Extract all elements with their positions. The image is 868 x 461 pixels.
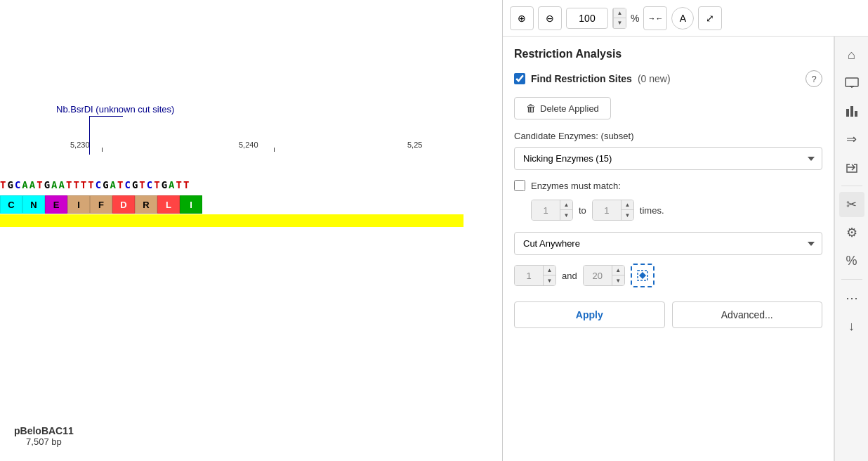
svg-rect-5 (846, 109, 849, 117)
range-from-spinner: ▲ ▼ (543, 266, 555, 285)
action-row: Apply Advanced... (514, 301, 822, 328)
range-to-spinner: ▲ ▼ (612, 266, 624, 285)
percent-icon[interactable]: % (839, 248, 864, 273)
times-row: ▲ ▼ to ▲ ▼ times. (514, 200, 822, 221)
and-label: and (562, 271, 577, 281)
candidate-enzymes-label: Candidate Enzymes: (subset) (514, 131, 822, 141)
zoom-input[interactable] (566, 8, 608, 29)
must-match-checkbox[interactable] (514, 180, 525, 191)
text-button[interactable]: A (671, 7, 694, 30)
svg-rect-2 (846, 78, 858, 86)
times-to-input[interactable] (593, 200, 621, 220)
delete-applied-button[interactable]: 🗑 Delete Applied (514, 97, 611, 119)
plasmid-name: pBeloBAC11 (14, 425, 74, 436)
range-from-input[interactable] (515, 266, 543, 285)
aa-cell: E (45, 195, 67, 214)
fit-button[interactable]: →← (643, 6, 667, 30)
aa-cell: I (180, 195, 202, 214)
right-panel: ⊕ ⊖ ▲ ▼ % →← A ⤢ Restriction Analysis Fi… (503, 0, 868, 461)
panel-title: Restriction Analysis (514, 48, 822, 60)
aa-cell: L (157, 195, 180, 214)
must-match-label: Enzymes must match: (531, 181, 621, 191)
find-sites-row: Find Restriction Sites (0 new) ? (514, 70, 822, 87)
ruler-tick-1 (102, 148, 103, 152)
enzyme-label: Nb.BsrDI (unknown cut sites) (56, 104, 174, 115)
svg-rect-7 (855, 111, 857, 117)
advanced-button[interactable]: Advanced... (672, 301, 823, 328)
range-icon-button[interactable] (631, 264, 655, 287)
ruler-mark-1: 5,230 (70, 141, 90, 149)
times-from-spinner: ▲ ▼ (560, 200, 572, 220)
yellow-bar (0, 214, 463, 227)
aa-cell: I (67, 195, 90, 214)
enzyme-dropdown[interactable]: Nicking Enzymes (15) (514, 147, 822, 170)
range-to-down[interactable]: ▼ (612, 275, 624, 285)
restriction-panel: Restriction Analysis Find Restriction Si… (503, 37, 834, 461)
chart-icon[interactable] (839, 98, 864, 124)
times-suffix: times. (640, 205, 664, 216)
plasmid-info: pBeloBAC11 7,507 bp (14, 425, 74, 447)
times-from-down[interactable]: ▼ (560, 210, 572, 220)
percent-label: % (631, 13, 639, 24)
zoom-out-button[interactable]: ⊖ (538, 6, 562, 30)
help-button[interactable]: ? (805, 70, 822, 87)
aa-cell: R (135, 195, 157, 214)
range-to-group: ▲ ▼ (583, 265, 625, 286)
aa-cell: N (22, 195, 45, 214)
settings-icon[interactable]: ⚙ (839, 220, 864, 245)
must-match-row: Enzymes must match: (514, 180, 822, 191)
range-from-up[interactable]: ▲ (543, 266, 555, 275)
times-to-down[interactable]: ▼ (621, 210, 633, 220)
enzyme-cut-hline (89, 116, 123, 117)
sidebar-divider (841, 186, 862, 186)
share-icon[interactable] (839, 155, 864, 180)
amino-acid-row: C N E I F D R L I (0, 195, 202, 214)
ruler-tick-2 (274, 148, 275, 152)
svg-marker-1 (639, 272, 646, 279)
times-to-spinner: ▲ ▼ (621, 200, 633, 220)
range-from-group: ▲ ▼ (514, 265, 556, 286)
apply-button[interactable]: Apply (514, 301, 665, 328)
find-sites-count: (0 new) (638, 73, 671, 84)
range-from-down[interactable]: ▼ (543, 275, 555, 285)
top-toolbar: ⊕ ⊖ ▲ ▼ % →← A ⤢ (503, 0, 868, 37)
ruler-mark-3: 5,25 (407, 141, 422, 149)
range-row: ▲ ▼ and ▲ ▼ (514, 264, 822, 287)
dna-sequence: TGCAATGAATTTTCGATCGTCTGATT (0, 179, 190, 190)
times-from-up[interactable]: ▲ (560, 200, 572, 210)
monitor-icon[interactable] (839, 70, 864, 96)
find-sites-label: Find Restriction Sites (531, 73, 632, 84)
zoom-spinner: ▲ ▼ (612, 8, 626, 29)
range-to-up[interactable]: ▲ (612, 266, 624, 275)
aa-cell: D (112, 195, 135, 214)
to-label: to (579, 205, 586, 216)
more-icon[interactable]: ⋯ (839, 285, 864, 311)
home-icon[interactable]: ⌂ (839, 42, 864, 67)
arrow-right-icon[interactable]: ⇒ (839, 126, 864, 152)
delete-label: Delete Applied (540, 103, 599, 114)
aa-cell: F (90, 195, 112, 214)
collapse-icon[interactable]: ↓ (839, 313, 864, 339)
scissors-icon[interactable]: ✂ (839, 192, 864, 217)
times-from-input[interactable] (532, 200, 560, 220)
trash-icon: 🗑 (526, 103, 536, 114)
ruler: 5,230 5,240 5,25 (0, 138, 463, 152)
aa-cell: C (0, 195, 22, 214)
sidebar-divider-2 (841, 279, 862, 280)
find-sites-checkbox[interactable] (514, 73, 525, 84)
svg-rect-6 (850, 106, 853, 117)
times-to-up[interactable]: ▲ (621, 200, 633, 210)
cut-anywhere-dropdown[interactable]: Cut Anywhere (514, 232, 822, 255)
times-to-group: ▲ ▼ (592, 200, 634, 221)
sequence-area: Nb.BsrDI (unknown cut sites) 5,230 5,240… (0, 0, 503, 461)
ruler-mark-2: 5,240 (239, 141, 258, 149)
zoom-up-arrow[interactable]: ▲ (613, 8, 626, 18)
plasmid-bp: 7,507 bp (14, 436, 74, 447)
expand-button[interactable]: ⤢ (698, 6, 722, 30)
panel-content: Restriction Analysis Find Restriction Si… (503, 37, 868, 461)
zoom-down-arrow[interactable]: ▼ (613, 18, 626, 28)
range-to-input[interactable] (584, 266, 612, 285)
zoom-in-button[interactable]: ⊕ (510, 6, 534, 30)
icon-sidebar: ⌂ ⇒ ✂ ⚙ % ⋯ ↓ (834, 37, 868, 461)
times-from-group: ▲ ▼ (531, 200, 573, 221)
